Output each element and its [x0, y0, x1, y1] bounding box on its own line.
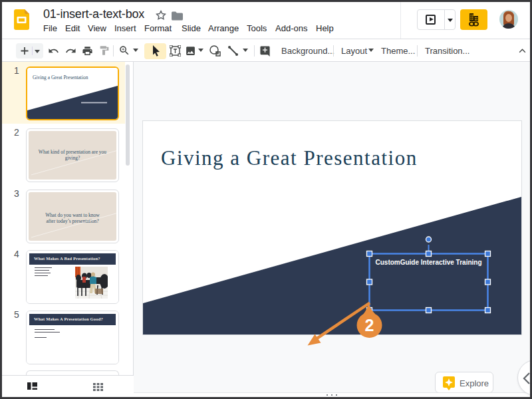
svg-text:2: 2 [365, 316, 374, 334]
svg-text:CustomGuide Interactive Traini: CustomGuide Interactive Training [375, 259, 481, 266]
